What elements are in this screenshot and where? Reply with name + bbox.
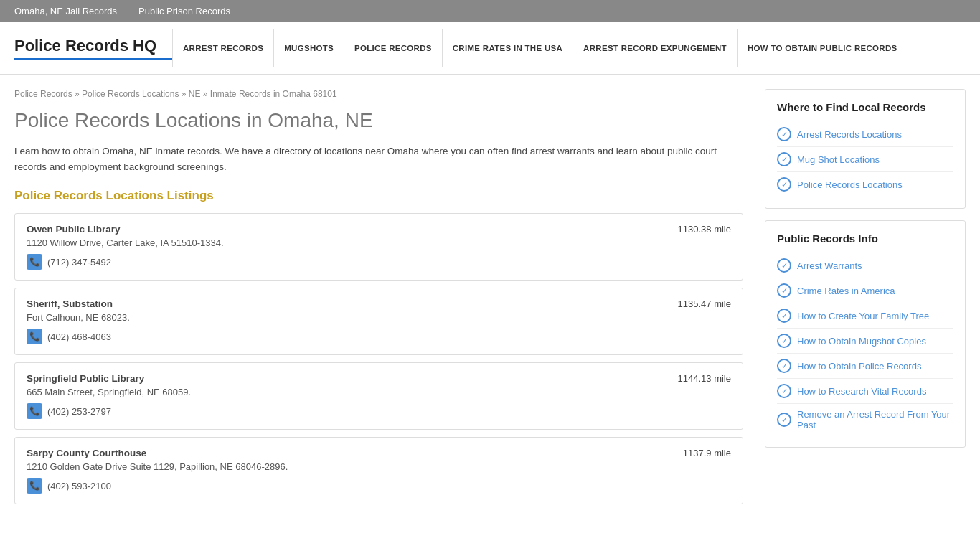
check-icon: ✓ — [777, 283, 791, 298]
check-icon: ✓ — [777, 177, 791, 192]
location-distance: 1137.9 mile — [683, 448, 731, 458]
page-description: Learn how to obtain Omaha, NE inmate rec… — [14, 143, 743, 174]
location-name: Sheriff, Substation — [27, 298, 113, 309]
card-header: Sheriff, Substation 1135.47 mile — [27, 298, 731, 309]
location-phone: 📞 (402) 468-4063 — [27, 329, 731, 344]
location-card: Sarpy County Courthouse 1137.9 mile 1210… — [14, 437, 743, 504]
sidebar-where-to-find: Where to Find Local Records ✓ Arrest Rec… — [765, 89, 966, 209]
breadcrumb-inmate-records[interactable]: Inmate Records in Omaha 68101 — [210, 89, 337, 99]
location-address: 665 Main Street, Springfield, NE 68059. — [27, 387, 731, 397]
content-area: Police Records » Police Records Location… — [14, 89, 743, 512]
check-icon: ✓ — [777, 258, 791, 273]
check-icon: ✓ — [777, 334, 791, 348]
nav-police-records[interactable]: POLICE RECORDS — [344, 29, 443, 67]
check-icon: ✓ — [777, 413, 791, 427]
sidebar-link-item: ✓ Police Records Locations — [777, 172, 953, 197]
nav-public-records[interactable]: HOW TO OBTAIN PUBLIC RECORDS — [738, 29, 908, 67]
breadcrumb: Police Records » Police Records Location… — [14, 89, 743, 99]
sidebar: Where to Find Local Records ✓ Arrest Rec… — [765, 89, 966, 512]
breadcrumb-locations[interactable]: Police Records Locations — [82, 89, 179, 99]
sidebar-obtain-police-records[interactable]: How to Obtain Police Records — [797, 361, 921, 372]
sidebar-link-item: ✓ How to Research Vital Records — [777, 379, 953, 404]
check-icon: ✓ — [777, 359, 791, 373]
sidebar-link-item: ✓ Crime Rates in America — [777, 278, 953, 303]
sidebar-crime-rates[interactable]: Crime Rates in America — [797, 286, 895, 296]
location-name: Springfield Public Library — [27, 373, 144, 384]
location-distance: 1130.38 mile — [678, 224, 731, 235]
card-header: Owen Public Library 1130.38 mile — [27, 224, 731, 235]
sidebar-police-records-locations[interactable]: Police Records Locations — [797, 179, 903, 190]
sidebar-mugshot-copies[interactable]: How to Obtain Mugshot Copies — [797, 336, 926, 347]
sidebar-link-item: ✓ Remove an Arrest Record From Your Past — [777, 404, 953, 435]
location-address: 1210 Golden Gate Drive Suite 1129, Papil… — [27, 461, 731, 472]
phone-icon: 📞 — [27, 478, 42, 494]
sidebar-where-title: Where to Find Local Records — [777, 101, 953, 113]
card-header: Springfield Public Library 1144.13 mile — [27, 373, 731, 384]
check-icon: ✓ — [777, 384, 791, 398]
location-address: 1120 Willow Drive, Carter Lake, IA 51510… — [27, 237, 731, 248]
sidebar-remove-arrest-record[interactable]: Remove an Arrest Record From Your Past — [797, 409, 953, 430]
main-container: Police Records » Police Records Location… — [0, 75, 980, 526]
page-title: Police Records Locations in Omaha, NE — [14, 109, 743, 132]
location-distance: 1144.13 mile — [678, 373, 731, 384]
sidebar-mug-shot-locations[interactable]: Mug Shot Locations — [797, 154, 880, 165]
nav-crime-rates[interactable]: CRIME RATES IN THE USA — [443, 29, 573, 67]
listings-title: Police Records Locations Listings — [14, 189, 743, 203]
sidebar-link-item: ✓ How to Obtain Police Records — [777, 354, 953, 379]
location-name: Owen Public Library — [27, 224, 121, 235]
check-icon: ✓ — [777, 152, 791, 166]
location-distance: 1135.47 mile — [678, 298, 731, 309]
card-header: Sarpy County Courthouse 1137.9 mile — [27, 448, 731, 458]
nav-mugshots[interactable]: MUGSHOTS — [274, 29, 344, 67]
location-phone: 📞 (402) 253-2797 — [27, 403, 731, 419]
check-icon: ✓ — [777, 309, 791, 323]
location-phone: 📞 (712) 347-5492 — [27, 254, 731, 270]
sidebar-link-item: ✓ Mug Shot Locations — [777, 147, 953, 172]
sidebar-public-records-info: Public Records Info ✓ Arrest Warrants ✓ … — [765, 220, 966, 448]
site-logo[interactable]: Police Records HQ — [14, 37, 172, 60]
location-name: Sarpy County Courthouse — [27, 448, 146, 458]
sidebar-arrest-records-locations[interactable]: Arrest Records Locations — [797, 129, 902, 140]
sidebar-link-item: ✓ How to Obtain Mugshot Copies — [777, 329, 953, 354]
nav-expungement[interactable]: ARREST RECORD EXPUNGEMENT — [573, 29, 738, 67]
location-card: Springfield Public Library 1144.13 mile … — [14, 362, 743, 430]
sidebar-link-item: ✓ How to Create Your Family Tree — [777, 303, 953, 329]
breadcrumb-police-records[interactable]: Police Records — [14, 89, 72, 99]
location-card: Owen Public Library 1130.38 mile 1120 Wi… — [14, 213, 743, 281]
sidebar-link-item: ✓ Arrest Records Locations — [777, 122, 953, 147]
phone-icon: 📞 — [27, 329, 42, 344]
sidebar-family-tree[interactable]: How to Create Your Family Tree — [797, 311, 929, 321]
phone-icon: 📞 — [27, 403, 42, 419]
main-nav: ARREST RECORDS MUGSHOTS POLICE RECORDS C… — [172, 29, 966, 67]
breadcrumb-ne[interactable]: NE — [189, 89, 201, 99]
sidebar-public-records-title: Public Records Info — [777, 232, 953, 245]
sidebar-link-item: ✓ Arrest Warrants — [777, 253, 953, 278]
topbar-link-jail-records[interactable]: Omaha, NE Jail Records — [14, 6, 117, 17]
nav-arrest-records[interactable]: ARREST RECORDS — [173, 29, 274, 67]
phone-icon: 📞 — [27, 254, 42, 270]
location-card: Sheriff, Substation 1135.47 mile Fort Ca… — [14, 288, 743, 355]
location-address: Fort Calhoun, NE 68023. — [27, 312, 731, 323]
site-header: Police Records HQ ARREST RECORDS MUGSHOT… — [0, 22, 980, 75]
top-bar: Omaha, NE Jail Records Public Prison Rec… — [0, 0, 980, 22]
sidebar-vital-records[interactable]: How to Research Vital Records — [797, 386, 926, 397]
sidebar-arrest-warrants[interactable]: Arrest Warrants — [797, 260, 862, 271]
topbar-link-prison-records[interactable]: Public Prison Records — [138, 6, 230, 17]
location-phone: 📞 (402) 593-2100 — [27, 478, 731, 494]
check-icon: ✓ — [777, 127, 791, 141]
